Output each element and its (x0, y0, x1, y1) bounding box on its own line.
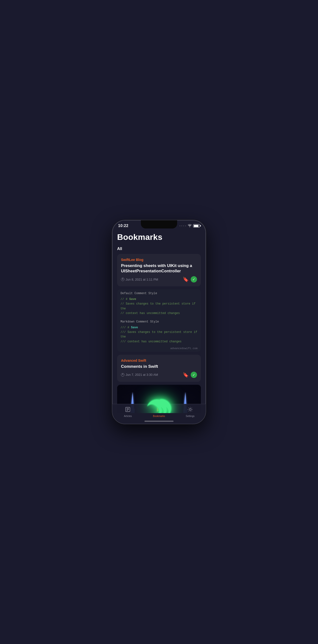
tab-settings[interactable]: Settings (175, 406, 206, 418)
default-code-block: // # Save // Saves changes to the persis… (117, 296, 201, 318)
scroll-content[interactable]: Bookmarks All SwiftLee Blog Presenting s… (112, 230, 206, 413)
card-title-swiftlee: Presenting sheets with UIKit using a UIS… (121, 263, 197, 274)
read-check-icon-1[interactable]: ✓ (191, 276, 197, 282)
bookmark-filled-icon-1[interactable]: 🔖 (183, 276, 189, 282)
code-line-2: // Saves changes to the persistent store… (120, 302, 198, 311)
card-title-advanced-swift: Comments in Swift (121, 364, 197, 369)
battery-icon (193, 224, 200, 228)
card-source-swiftlee: SwiftLee Blog (121, 258, 197, 262)
signal-dots-icon: • • • • (180, 225, 186, 226)
card-date-swiftlee: Jun 8, 2021 at 1:11 PM (121, 278, 158, 281)
articles-tab-label: Articles (124, 415, 132, 418)
code-line-6: /// context has uncommitted changes (120, 340, 198, 344)
swift-bird-logo (144, 396, 174, 413)
card-meta-advanced-swift: Jun 7, 2021 at 3:30 AM 🔖 ✓ (121, 372, 197, 378)
code-line-1: // # Save (120, 297, 198, 302)
code-line-3: // context has uncommitted changes (120, 311, 198, 316)
default-comment-label: Default Comment Style (117, 289, 201, 296)
svg-point-4 (189, 408, 191, 410)
card-actions-3: 🔖 ✓ (183, 372, 197, 378)
code-line-5: /// Saves changes to the persistent stor… (120, 330, 198, 339)
phone-frame: 10:22 • • • • Bookmarks All Sw (112, 220, 206, 424)
card-actions-1: 🔖 ✓ (183, 276, 197, 282)
clock-icon-3 (121, 373, 124, 376)
section-header: All (117, 247, 201, 251)
home-indicator (144, 420, 174, 422)
article-card-swiftlee[interactable]: SwiftLee Blog Presenting sheets with UIK… (117, 254, 201, 286)
articles-tab-icon (125, 406, 131, 414)
bookmark-filled-icon-3[interactable]: 🔖 (183, 372, 189, 378)
tab-articles[interactable]: Articles (112, 406, 143, 418)
card-date-advanced-swift: Jun 7, 2021 at 3:30 AM (121, 373, 158, 376)
markdown-code-block: /// # Save /// Saves changes to the pers… (117, 324, 201, 346)
clock-icon-1 (121, 278, 124, 281)
code-preview-card[interactable]: Default Comment Style // # Save // Saves… (117, 289, 201, 352)
bookmarks-tab-label: Bookmarks (153, 415, 165, 418)
markdown-comment-label: Markdown Comment Style (117, 318, 201, 324)
article-card-advanced-swift[interactable]: Advanced Swift Comments in Swift Jun 7, … (117, 355, 201, 382)
card-meta-swiftlee: Jun 8, 2021 at 1:11 PM 🔖 ✓ (121, 276, 197, 282)
settings-tab-icon (187, 406, 193, 414)
wifi-icon (188, 224, 192, 228)
page-title: Bookmarks (117, 232, 201, 242)
read-check-icon-3[interactable]: ✓ (191, 372, 197, 378)
card-source-advanced-swift: Advanced Swift (121, 358, 197, 362)
notch (141, 220, 177, 228)
code-line-4: /// # Save (120, 326, 198, 330)
status-icons: • • • • (180, 224, 200, 228)
settings-tab-label: Settings (186, 415, 195, 418)
code-card-domain: advancedswift.com (117, 346, 201, 352)
status-time: 10:22 (118, 224, 128, 228)
